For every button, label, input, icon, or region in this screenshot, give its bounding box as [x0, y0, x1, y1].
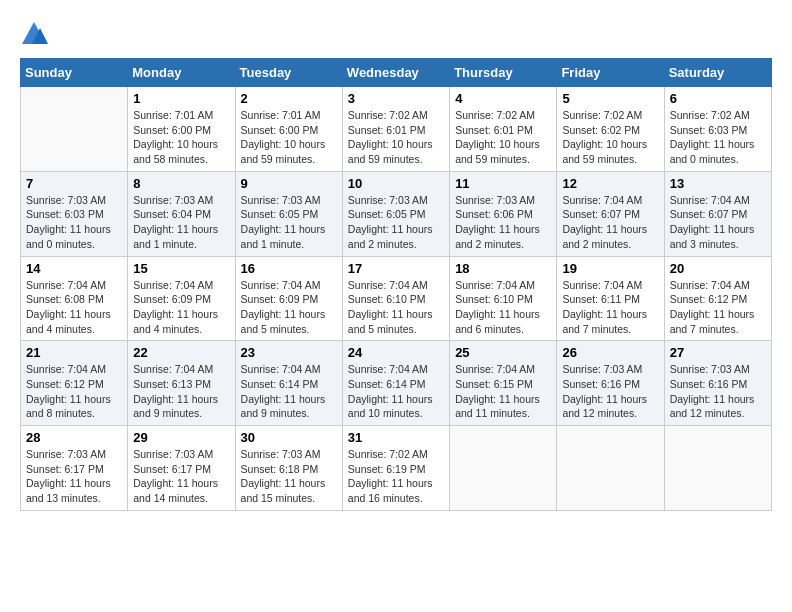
day-info: Sunrise: 7:04 AMSunset: 6:09 PMDaylight:… — [133, 278, 229, 337]
calendar-week-2: 7Sunrise: 7:03 AMSunset: 6:03 PMDaylight… — [21, 171, 772, 256]
calendar-cell: 27Sunrise: 7:03 AMSunset: 6:16 PMDayligh… — [664, 341, 771, 426]
day-info: Sunrise: 7:03 AMSunset: 6:16 PMDaylight:… — [562, 362, 658, 421]
calendar-cell — [557, 426, 664, 511]
calendar-cell: 20Sunrise: 7:04 AMSunset: 6:12 PMDayligh… — [664, 256, 771, 341]
day-number: 9 — [241, 176, 337, 191]
calendar-cell: 14Sunrise: 7:04 AMSunset: 6:08 PMDayligh… — [21, 256, 128, 341]
calendar-cell: 24Sunrise: 7:04 AMSunset: 6:14 PMDayligh… — [342, 341, 449, 426]
calendar-cell: 3Sunrise: 7:02 AMSunset: 6:01 PMDaylight… — [342, 87, 449, 172]
day-number: 10 — [348, 176, 444, 191]
day-number: 11 — [455, 176, 551, 191]
day-number: 30 — [241, 430, 337, 445]
calendar-cell: 28Sunrise: 7:03 AMSunset: 6:17 PMDayligh… — [21, 426, 128, 511]
day-info: Sunrise: 7:04 AMSunset: 6:09 PMDaylight:… — [241, 278, 337, 337]
calendar-cell: 17Sunrise: 7:04 AMSunset: 6:10 PMDayligh… — [342, 256, 449, 341]
day-info: Sunrise: 7:01 AMSunset: 6:00 PMDaylight:… — [241, 108, 337, 167]
column-header-monday: Monday — [128, 59, 235, 87]
calendar-cell: 16Sunrise: 7:04 AMSunset: 6:09 PMDayligh… — [235, 256, 342, 341]
calendar-cell: 2Sunrise: 7:01 AMSunset: 6:00 PMDaylight… — [235, 87, 342, 172]
day-info: Sunrise: 7:03 AMSunset: 6:05 PMDaylight:… — [348, 193, 444, 252]
day-number: 3 — [348, 91, 444, 106]
day-number: 22 — [133, 345, 229, 360]
day-number: 26 — [562, 345, 658, 360]
calendar-week-4: 21Sunrise: 7:04 AMSunset: 6:12 PMDayligh… — [21, 341, 772, 426]
calendar-cell: 9Sunrise: 7:03 AMSunset: 6:05 PMDaylight… — [235, 171, 342, 256]
day-number: 21 — [26, 345, 122, 360]
calendar-cell: 4Sunrise: 7:02 AMSunset: 6:01 PMDaylight… — [450, 87, 557, 172]
day-info: Sunrise: 7:04 AMSunset: 6:14 PMDaylight:… — [241, 362, 337, 421]
day-info: Sunrise: 7:03 AMSunset: 6:03 PMDaylight:… — [26, 193, 122, 252]
day-number: 14 — [26, 261, 122, 276]
day-number: 31 — [348, 430, 444, 445]
logo-icon — [20, 20, 48, 48]
day-info: Sunrise: 7:04 AMSunset: 6:07 PMDaylight:… — [670, 193, 766, 252]
calendar-cell: 22Sunrise: 7:04 AMSunset: 6:13 PMDayligh… — [128, 341, 235, 426]
day-number: 16 — [241, 261, 337, 276]
calendar-cell — [450, 426, 557, 511]
day-number: 25 — [455, 345, 551, 360]
page-header — [20, 20, 772, 48]
day-number: 28 — [26, 430, 122, 445]
day-info: Sunrise: 7:04 AMSunset: 6:12 PMDaylight:… — [26, 362, 122, 421]
header-row: SundayMondayTuesdayWednesdayThursdayFrid… — [21, 59, 772, 87]
day-info: Sunrise: 7:02 AMSunset: 6:01 PMDaylight:… — [348, 108, 444, 167]
day-info: Sunrise: 7:02 AMSunset: 6:02 PMDaylight:… — [562, 108, 658, 167]
day-number: 20 — [670, 261, 766, 276]
day-info: Sunrise: 7:03 AMSunset: 6:17 PMDaylight:… — [26, 447, 122, 506]
column-header-tuesday: Tuesday — [235, 59, 342, 87]
day-info: Sunrise: 7:04 AMSunset: 6:10 PMDaylight:… — [455, 278, 551, 337]
calendar-cell: 12Sunrise: 7:04 AMSunset: 6:07 PMDayligh… — [557, 171, 664, 256]
calendar-cell: 26Sunrise: 7:03 AMSunset: 6:16 PMDayligh… — [557, 341, 664, 426]
logo — [20, 20, 52, 48]
day-info: Sunrise: 7:03 AMSunset: 6:17 PMDaylight:… — [133, 447, 229, 506]
calendar-week-3: 14Sunrise: 7:04 AMSunset: 6:08 PMDayligh… — [21, 256, 772, 341]
day-info: Sunrise: 7:03 AMSunset: 6:05 PMDaylight:… — [241, 193, 337, 252]
calendar-cell: 30Sunrise: 7:03 AMSunset: 6:18 PMDayligh… — [235, 426, 342, 511]
calendar-cell: 7Sunrise: 7:03 AMSunset: 6:03 PMDaylight… — [21, 171, 128, 256]
day-number: 5 — [562, 91, 658, 106]
day-number: 8 — [133, 176, 229, 191]
calendar-cell — [664, 426, 771, 511]
calendar-week-1: 1Sunrise: 7:01 AMSunset: 6:00 PMDaylight… — [21, 87, 772, 172]
day-info: Sunrise: 7:04 AMSunset: 6:11 PMDaylight:… — [562, 278, 658, 337]
calendar-cell: 11Sunrise: 7:03 AMSunset: 6:06 PMDayligh… — [450, 171, 557, 256]
day-number: 13 — [670, 176, 766, 191]
day-info: Sunrise: 7:03 AMSunset: 6:16 PMDaylight:… — [670, 362, 766, 421]
calendar-cell: 8Sunrise: 7:03 AMSunset: 6:04 PMDaylight… — [128, 171, 235, 256]
calendar-week-5: 28Sunrise: 7:03 AMSunset: 6:17 PMDayligh… — [21, 426, 772, 511]
day-number: 18 — [455, 261, 551, 276]
calendar-cell: 15Sunrise: 7:04 AMSunset: 6:09 PMDayligh… — [128, 256, 235, 341]
calendar-cell: 19Sunrise: 7:04 AMSunset: 6:11 PMDayligh… — [557, 256, 664, 341]
calendar-cell: 1Sunrise: 7:01 AMSunset: 6:00 PMDaylight… — [128, 87, 235, 172]
day-number: 23 — [241, 345, 337, 360]
day-info: Sunrise: 7:01 AMSunset: 6:00 PMDaylight:… — [133, 108, 229, 167]
day-info: Sunrise: 7:04 AMSunset: 6:13 PMDaylight:… — [133, 362, 229, 421]
day-number: 24 — [348, 345, 444, 360]
column-header-thursday: Thursday — [450, 59, 557, 87]
day-info: Sunrise: 7:04 AMSunset: 6:15 PMDaylight:… — [455, 362, 551, 421]
calendar-cell: 21Sunrise: 7:04 AMSunset: 6:12 PMDayligh… — [21, 341, 128, 426]
calendar-table: SundayMondayTuesdayWednesdayThursdayFrid… — [20, 58, 772, 511]
day-info: Sunrise: 7:02 AMSunset: 6:01 PMDaylight:… — [455, 108, 551, 167]
day-number: 15 — [133, 261, 229, 276]
calendar-cell: 18Sunrise: 7:04 AMSunset: 6:10 PMDayligh… — [450, 256, 557, 341]
calendar-cell: 31Sunrise: 7:02 AMSunset: 6:19 PMDayligh… — [342, 426, 449, 511]
day-info: Sunrise: 7:04 AMSunset: 6:14 PMDaylight:… — [348, 362, 444, 421]
day-info: Sunrise: 7:04 AMSunset: 6:10 PMDaylight:… — [348, 278, 444, 337]
day-number: 4 — [455, 91, 551, 106]
calendar-cell: 6Sunrise: 7:02 AMSunset: 6:03 PMDaylight… — [664, 87, 771, 172]
day-number: 7 — [26, 176, 122, 191]
calendar-cell: 13Sunrise: 7:04 AMSunset: 6:07 PMDayligh… — [664, 171, 771, 256]
day-number: 6 — [670, 91, 766, 106]
column-header-saturday: Saturday — [664, 59, 771, 87]
day-number: 27 — [670, 345, 766, 360]
calendar-cell: 23Sunrise: 7:04 AMSunset: 6:14 PMDayligh… — [235, 341, 342, 426]
day-info: Sunrise: 7:04 AMSunset: 6:07 PMDaylight:… — [562, 193, 658, 252]
day-number: 2 — [241, 91, 337, 106]
day-info: Sunrise: 7:03 AMSunset: 6:06 PMDaylight:… — [455, 193, 551, 252]
calendar-cell: 10Sunrise: 7:03 AMSunset: 6:05 PMDayligh… — [342, 171, 449, 256]
calendar-cell: 29Sunrise: 7:03 AMSunset: 6:17 PMDayligh… — [128, 426, 235, 511]
day-number: 1 — [133, 91, 229, 106]
day-info: Sunrise: 7:04 AMSunset: 6:08 PMDaylight:… — [26, 278, 122, 337]
day-number: 12 — [562, 176, 658, 191]
